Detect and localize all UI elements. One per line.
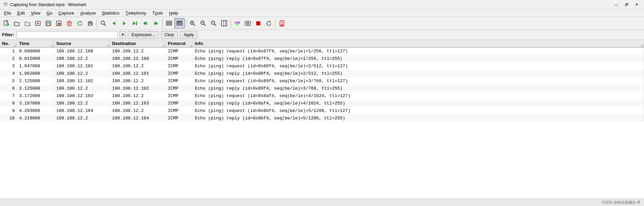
cell-destination: 100.100.12.2 bbox=[110, 107, 166, 114]
cell-destination: 100.100.12.100 bbox=[110, 55, 166, 62]
clear-button[interactable]: Clear bbox=[161, 31, 178, 39]
table-row[interactable]: 73.172000100.100.12.103100.100.12.2ICMPE… bbox=[0, 92, 644, 99]
cell-time: 4.219000 bbox=[17, 114, 54, 122]
svg-rect-32 bbox=[166, 23, 172, 24]
table-header-row: No. Time Source Destination Protocol Inf… bbox=[0, 40, 644, 47]
save-capture-button[interactable] bbox=[43, 18, 53, 28]
menu-view[interactable]: View bbox=[28, 9, 43, 17]
zoom-reset-button[interactable]: = bbox=[209, 18, 219, 28]
stop-capture-button[interactable] bbox=[253, 18, 263, 28]
close-button[interactable]: ✕ bbox=[632, 1, 641, 8]
title-bar: 🦈 Capturing from Standard input - Wiresh… bbox=[0, 0, 644, 9]
separator-4 bbox=[231, 19, 231, 28]
col-header-info[interactable]: Info bbox=[193, 40, 644, 47]
pane-list-button[interactable] bbox=[164, 18, 174, 28]
cell-destination: 100.100.12.101 bbox=[110, 70, 166, 77]
cell-source: 100.100.12.102 bbox=[54, 77, 110, 85]
menu-telephony[interactable]: Telephony bbox=[123, 9, 149, 17]
maximize-button[interactable]: 🗗 bbox=[622, 1, 631, 8]
table-row[interactable]: 83.187000100.100.12.2100.100.12.103ICMPE… bbox=[0, 99, 644, 107]
new-capture-button[interactable]: + bbox=[1, 18, 11, 28]
cell-destination: 100.100.12.104 bbox=[110, 114, 166, 122]
colorize-button[interactable] bbox=[232, 18, 242, 28]
svg-rect-31 bbox=[166, 21, 172, 22]
cell-source: 100.100.12.101 bbox=[54, 62, 110, 70]
table-row[interactable]: 20.015000100.100.12.2100.100.12.100ICMPE… bbox=[0, 55, 644, 62]
restart-capture-button[interactable] bbox=[264, 18, 274, 28]
close-capture-button[interactable] bbox=[33, 18, 43, 28]
cell-info: Echo (ping) request (id=0x87f4, seq(be/l… bbox=[193, 47, 644, 55]
col-header-protocol[interactable]: Protocol bbox=[166, 40, 193, 47]
open-capture-button[interactable] bbox=[12, 18, 22, 28]
cell-info: Echo (ping) reply (id=0x88f4, seq(be/le)… bbox=[193, 70, 644, 77]
cell-destination: 100.100.12.2 bbox=[110, 47, 166, 55]
watermark-text: CSDN @格拉德威尔·李 bbox=[602, 200, 641, 205]
apply-button[interactable]: Apply bbox=[180, 31, 197, 39]
resize-columns-button[interactable] bbox=[219, 18, 229, 28]
menu-edit[interactable]: Edit bbox=[15, 9, 27, 17]
expression-button[interactable]: Expression... bbox=[128, 31, 159, 39]
cell-protocol: ICMP bbox=[166, 114, 193, 122]
filter-input[interactable] bbox=[16, 31, 118, 39]
zoom-in-button[interactable] bbox=[188, 18, 198, 28]
col-header-source[interactable]: Source bbox=[54, 40, 110, 47]
svg-rect-35 bbox=[177, 23, 182, 24]
prev-packet-button[interactable] bbox=[109, 18, 119, 28]
next-packet-button[interactable] bbox=[119, 18, 129, 28]
svg-text:*: * bbox=[29, 24, 31, 27]
cell-info: Echo (ping) request (id=0x88f4, seq(be/l… bbox=[193, 62, 644, 70]
col-header-time[interactable]: Time bbox=[17, 40, 54, 47]
cell-info: Echo (ping) request (id=0x8af4, seq(be/l… bbox=[193, 92, 644, 99]
separator-2 bbox=[162, 19, 163, 28]
menu-file[interactable]: File bbox=[1, 9, 14, 17]
find-packet-button[interactable] bbox=[98, 18, 109, 28]
menu-help[interactable]: Help bbox=[166, 9, 181, 17]
cell-no: 9 bbox=[0, 107, 17, 114]
first-packet-button[interactable] bbox=[140, 18, 150, 28]
svg-line-42 bbox=[204, 24, 206, 26]
svg-point-21 bbox=[101, 21, 104, 24]
delete-button[interactable] bbox=[64, 18, 74, 28]
filter-dropdown-button[interactable]: ▼ bbox=[120, 31, 126, 39]
cell-info: Echo (ping) reply (id=0x8af4, seq(be/le)… bbox=[193, 99, 644, 107]
table-row[interactable]: 94.203000100.100.12.104100.100.12.2ICMPE… bbox=[0, 107, 644, 114]
cell-no: 6 bbox=[0, 85, 17, 92]
svg-rect-20 bbox=[89, 24, 92, 25]
cell-time: 0.015000 bbox=[17, 55, 54, 62]
capture-options-button[interactable] bbox=[243, 18, 253, 28]
reload-button[interactable] bbox=[75, 18, 85, 28]
print-button[interactable] bbox=[85, 18, 95, 28]
cell-no: 1 bbox=[0, 47, 17, 55]
pane-detail-button[interactable] bbox=[174, 18, 185, 28]
menu-statistics[interactable]: Statistics bbox=[99, 9, 122, 17]
last-packet-button[interactable] bbox=[151, 18, 161, 28]
menu-go[interactable]: Go bbox=[44, 9, 55, 17]
zoom-out-button[interactable] bbox=[198, 18, 208, 28]
cell-source: 100.100.12.103 bbox=[54, 92, 110, 99]
menu-analyze[interactable]: Analyze bbox=[77, 9, 98, 17]
goto-packet-button[interactable] bbox=[130, 18, 140, 28]
cell-source: 100.100.12.104 bbox=[54, 107, 110, 114]
table-row[interactable]: 31.047000100.100.12.101100.100.12.2ICMPE… bbox=[0, 62, 644, 70]
export-button[interactable]: 📤 bbox=[54, 18, 64, 28]
table-row[interactable]: 41.062000100.100.12.2100.100.12.101ICMPE… bbox=[0, 70, 644, 77]
open-recent-button[interactable]: * bbox=[22, 18, 32, 28]
svg-point-52 bbox=[236, 23, 239, 26]
table-row[interactable]: 104.219000100.100.12.2100.100.12.104ICMP… bbox=[0, 114, 644, 122]
cell-source: 100.100.12.2 bbox=[54, 55, 110, 62]
table-row[interactable]: 52.125000100.100.12.102100.100.12.2ICMPE… bbox=[0, 77, 644, 85]
table-row[interactable]: 62.125000100.100.12.2100.100.12.102ICMPE… bbox=[0, 85, 644, 92]
menu-capture[interactable]: Capture bbox=[56, 9, 77, 17]
svg-rect-36 bbox=[177, 24, 182, 25]
svg-line-38 bbox=[193, 24, 195, 26]
minimize-button[interactable]: — bbox=[612, 1, 621, 8]
col-header-no[interactable]: No. bbox=[0, 40, 17, 47]
col-header-destination[interactable]: Destination bbox=[110, 40, 166, 47]
cell-destination: 100.100.12.2 bbox=[110, 77, 166, 85]
window-title: Capturing from Standard input - Wireshar… bbox=[10, 2, 612, 7]
menu-tools[interactable]: Tools bbox=[149, 9, 166, 17]
cell-no: 8 bbox=[0, 99, 17, 107]
filter-bookmark-button[interactable] bbox=[277, 18, 287, 28]
table-row[interactable]: 10.000000100.100.12.100100.100.12.2ICMPE… bbox=[0, 47, 644, 55]
cell-protocol: ICMP bbox=[166, 77, 193, 85]
